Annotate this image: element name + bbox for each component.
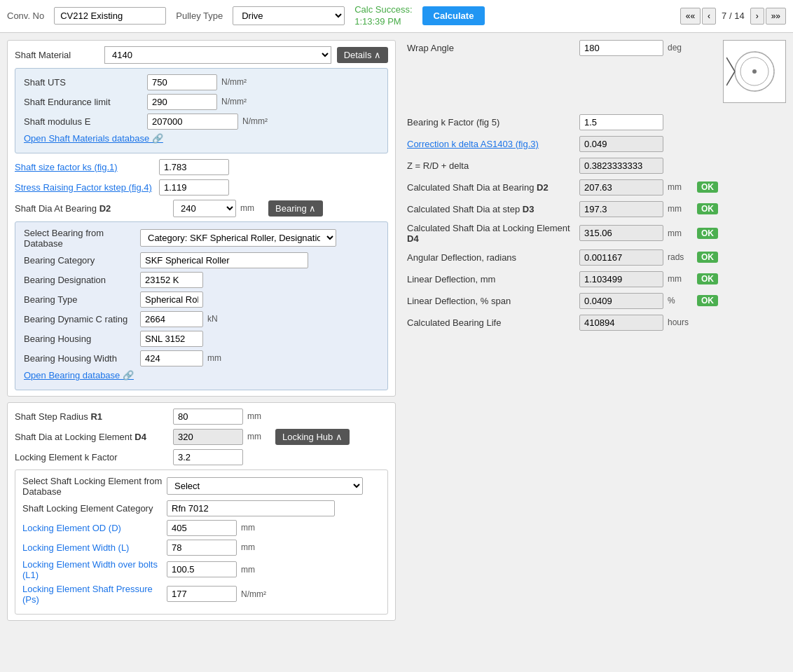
bearing-life-unit: hours [668, 317, 693, 327]
bearing-housing-width-input[interactable] [140, 350, 203, 366]
locking-pressure-input[interactable] [167, 586, 237, 602]
shaft-endurance-unit: N/mm² [221, 97, 247, 107]
bearing-designation-row: Bearing Designation [24, 272, 379, 288]
correction-k-input[interactable] [579, 136, 663, 152]
shaft-material-select[interactable]: 4140 [104, 46, 331, 64]
calc-shaft-d3-label: Calculated Shaft Dia at step D3 [407, 204, 575, 214]
bearing-housing-row: Bearing Housing [24, 331, 379, 347]
main-content: Shaft Material 4140 Details ∧ Shaft UTS … [0, 33, 793, 628]
bearing-select-label: Select Bearing from Database [24, 228, 136, 249]
stress-factor-link[interactable]: Stress Raising Factor kstep (fig.4) [15, 182, 155, 193]
wrap-angle-input[interactable] [579, 40, 663, 56]
size-factor-row: Shaft size factor ks (fig.1) [15, 159, 388, 175]
open-shaft-db-link[interactable]: Open Shaft Materials database 🔗 [24, 133, 163, 144]
bearing-from-db-select[interactable]: Category: SKF Spherical Roller, Designat… [140, 229, 336, 247]
bearing-housing-input[interactable] [140, 331, 203, 347]
bearing-designation-input[interactable] [140, 272, 203, 288]
shaft-step-radius-unit: mm [247, 411, 268, 421]
wrap-angle-row: Wrap Angle deg [407, 40, 717, 56]
shaft-dia-bearing-label: Shaft Dia At Bearing D2 [15, 203, 169, 214]
shaft-dia-locking-input[interactable] [173, 429, 243, 445]
bearing-category-input[interactable] [140, 252, 308, 268]
bearing-k-factor-row: Bearing k Factor (fig 5) [407, 114, 786, 130]
shaft-dia-locking-label: Shaft Dia at Locking Element D4 [15, 432, 169, 442]
nav-next-button[interactable]: › [750, 8, 764, 25]
calculate-button[interactable]: Calculate [422, 6, 485, 25]
calc-shaft-d2-input[interactable] [579, 179, 663, 196]
calc-shaft-d4-input[interactable] [579, 225, 663, 241]
shaft-material-row: Shaft Material 4140 Details ∧ [15, 46, 388, 64]
locking-element-select[interactable]: Select [167, 477, 363, 495]
shaft-modulus-label: Shaft modulus E [24, 116, 143, 127]
locking-width-unit: mm [241, 542, 255, 552]
shaft-endurance-input[interactable] [147, 94, 217, 110]
bearing-dynamic-input[interactable] [140, 311, 203, 327]
details-button[interactable]: Details ∧ [337, 47, 388, 63]
shaft-endurance-label: Shaft Endurance limit [24, 97, 143, 107]
angular-deflection-label: Angular Deflection, radians [407, 252, 575, 263]
z-row: Z = R/D + delta [407, 158, 786, 174]
conv-no-input[interactable] [54, 7, 166, 25]
bearing-select-row: Select Bearing from Database Category: S… [24, 228, 379, 249]
bearing-life-input[interactable] [579, 315, 663, 331]
z-input[interactable] [579, 158, 663, 174]
pulley-type-label: Pulley Type [176, 11, 223, 21]
calc-shaft-d4-label: Calculated Shaft Dia at Locking Element … [407, 223, 575, 244]
open-bearing-db-link[interactable]: Open Bearing database 🔗 [24, 370, 134, 380]
angular-deflection-input[interactable] [579, 249, 663, 266]
bearing-life-row: Calculated Bearing Life hours [407, 315, 786, 331]
locking-select-label: Select Shaft Locking Element from Databa… [22, 476, 163, 497]
shaft-step-radius-input[interactable] [173, 409, 243, 425]
size-factor-link[interactable]: Shaft size factor ks (fig.1) [15, 162, 155, 172]
bearing-category-row: Bearing Category [24, 252, 379, 268]
nav-page-indicator: 7 / 14 [717, 11, 749, 21]
locking-hub-button[interactable]: Locking Hub ∧ [275, 429, 350, 445]
linear-pct-status: OK [697, 295, 718, 306]
calc-shaft-d4-unit: mm [668, 228, 693, 238]
linear-deflection-input[interactable] [579, 271, 663, 287]
pulley-type-select[interactable]: Drive [233, 6, 345, 25]
shaft-step-section: Shaft Step Radius R1 mm Shaft Dia at Loc… [7, 402, 396, 621]
locking-width-label: Locking Element Width (L) [22, 542, 163, 553]
shaft-modulus-input[interactable] [147, 114, 238, 130]
locking-width-bolts-input[interactable] [167, 561, 237, 577]
bearing-toggle-button[interactable]: Bearing ∧ [268, 200, 323, 217]
shaft-uts-input[interactable] [147, 74, 217, 90]
shaft-dia-bearing-select[interactable]: 240 [173, 200, 236, 217]
calc-shaft-d3-input[interactable] [579, 201, 663, 217]
nav-buttons: «« ‹ 7 / 14 › »» [680, 8, 786, 25]
stress-factor-input[interactable] [159, 179, 229, 196]
locking-od-input[interactable] [167, 520, 237, 536]
locking-od-label: Locking Element OD (D) [22, 523, 163, 533]
bearing-housing-width-label: Bearing Housing Width [24, 353, 136, 364]
bearing-dynamic-label: Bearing Dynamic C rating [24, 314, 136, 324]
locking-pressure-unit: N/mm² [241, 589, 266, 599]
k-factor-input[interactable] [173, 449, 243, 465]
locking-width-row: Locking Element Width (L) mm [22, 540, 380, 556]
shaft-dia-unit: mm [240, 203, 261, 213]
linear-pct-unit: % [668, 296, 693, 306]
nav-last-button[interactable]: »» [766, 8, 786, 25]
locking-pressure-label: Locking Element Shaft Pressure (Ps) [22, 584, 163, 605]
bearing-k-input[interactable] [579, 114, 663, 130]
calc-shaft-d2-label: Calculated Shaft Dia at Bearing D2 [407, 182, 575, 193]
calc-shaft-d3-row: Calculated Shaft Dia at step D3 mm OK [407, 201, 786, 217]
calc-shaft-d3-status: OK [697, 203, 718, 214]
bearing-type-input[interactable] [140, 292, 203, 308]
nav-prev-button[interactable]: ‹ [702, 8, 716, 25]
locking-category-label: Shaft Locking Element Category [22, 503, 163, 514]
shaft-uts-unit: N/mm² [221, 77, 247, 87]
calc-shaft-d2-row: Calculated Shaft Dia at Bearing D2 mm OK [407, 179, 786, 196]
calc-shaft-d2-status: OK [697, 181, 718, 193]
size-factor-input[interactable] [159, 159, 229, 175]
linear-deflection-unit: mm [668, 274, 693, 284]
shaft-dia-locking-unit: mm [247, 432, 268, 441]
nav-first-button[interactable]: «« [680, 8, 701, 25]
shaft-endurance-row: Shaft Endurance limit N/mm² [24, 94, 379, 110]
locking-category-input[interactable] [167, 500, 335, 516]
locking-width-input[interactable] [167, 540, 237, 556]
correction-k-link[interactable]: Correction k delta AS1403 (fig.3) [407, 139, 575, 149]
bearing-type-label: Bearing Type [24, 294, 136, 305]
linear-pct-input[interactable] [579, 293, 663, 309]
locking-inner-section: Select Shaft Locking Element from Databa… [15, 469, 388, 615]
